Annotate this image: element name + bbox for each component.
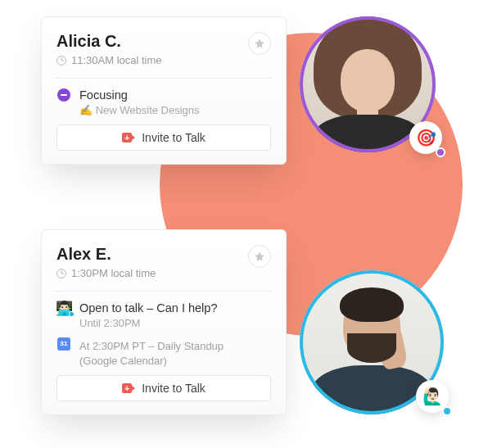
clock-icon [56,56,66,66]
presence-dot-available [69,311,75,317]
status-detail: ✍️ New Website Designs [79,104,271,116]
presence-dot-available [442,406,452,416]
status-detail: Until 2:30PM [79,317,271,329]
clock-icon [56,269,66,278]
memoji-icon: 👨🏻‍💻 [56,301,73,315]
invite-to-talk-button[interactable]: + Invite to Talk [56,124,271,151]
user-name: Alicia C. [56,32,162,51]
divider [55,78,273,79]
divider [55,291,273,292]
invite-label: Invite to Talk [142,382,206,395]
target-icon: 🎯 [416,128,436,147]
status-title: Open to talk – Can I help? [79,301,271,315]
status-title: Focusing [79,88,271,102]
user-card-alex: Alex E. 1:30PM local time 👨🏻‍💻 Open to t… [41,229,287,415]
local-time-text: 1:30PM local time [71,267,156,279]
invite-label: Invite to Talk [142,131,206,144]
user-name: Alex E. [56,245,156,264]
presence-dot-focusing [436,147,445,157]
favorite-button[interactable] [248,245,271,268]
star-icon [254,38,265,49]
status-badge-alex: 🙋🏻‍♂️ [416,380,449,413]
calendar-icon [57,337,70,351]
status-row: 👨🏻‍💻 Open to talk – Can I help? Until 2:… [56,301,271,329]
user-card-alicia: Alicia C. 11:30AM local time Focusing ✍️… [41,16,287,165]
video-call-icon: + [122,383,135,393]
calendar-event-line1: At 2:30PM PT – Daily Standup [79,340,271,352]
favorite-button[interactable] [248,32,271,55]
dnd-icon [57,88,70,102]
raising-hand-icon: 🙋🏻‍♂️ [422,387,443,406]
video-call-icon: + [122,133,135,143]
calendar-event-row: At 2:30PM PT – Daily Standup (Google Cal… [56,337,271,367]
calendar-event-line2: (Google Calendar) [79,355,271,367]
status-badge-alicia: 🎯 [409,121,442,154]
invite-to-talk-button[interactable]: + Invite to Talk [56,375,271,401]
local-time-text: 11:30AM local time [71,54,162,66]
status-row: Focusing ✍️ New Website Designs [56,88,271,116]
star-icon [254,251,265,262]
